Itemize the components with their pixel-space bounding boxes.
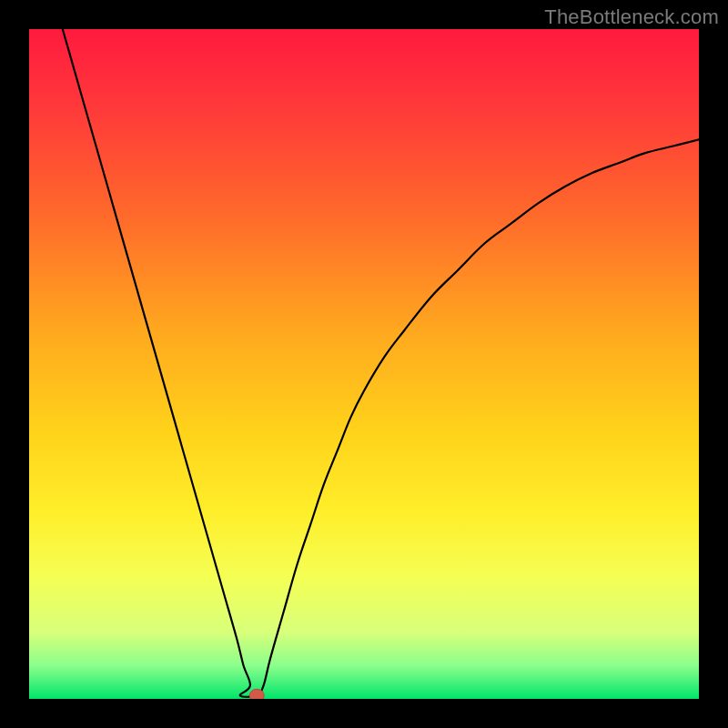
plot-svg bbox=[29, 29, 699, 699]
gradient-background bbox=[29, 29, 699, 699]
watermark-text: TheBottleneck.com bbox=[544, 5, 719, 29]
optimal-point-marker bbox=[249, 689, 264, 699]
chart-stage: TheBottleneck.com bbox=[0, 0, 728, 728]
plot-area bbox=[29, 29, 699, 699]
